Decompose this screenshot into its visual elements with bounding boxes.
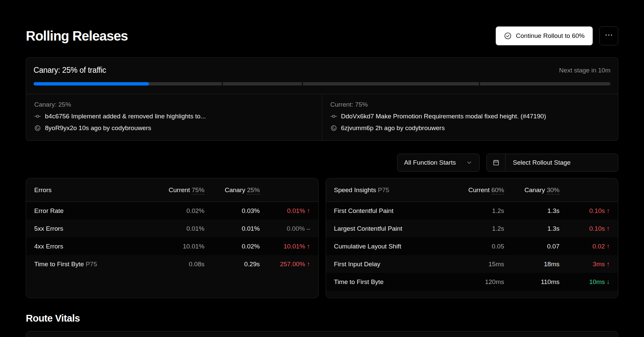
- canary-commit-message: b4c6756 Implement added & removed line h…: [45, 113, 206, 120]
- errors-table-title: Errors: [34, 186, 144, 194]
- rollout-stage-title: Canary: 25% of traffic: [34, 66, 106, 75]
- canary-percent-badge[interactable]: 30%: [547, 186, 559, 194]
- column-header-canary: Canary 25%: [205, 186, 260, 194]
- metric-label: 4xx Errors: [34, 243, 144, 250]
- filters-row: All Function Starts Select Rollout: [26, 154, 618, 172]
- metric-current-value: 15ms: [444, 261, 504, 268]
- speed-table-rows: First Contentful Paint 1.2s 1.3s 0.10s ↑…: [326, 202, 618, 291]
- metric-canary-value: 1.3s: [504, 225, 559, 232]
- rollout-deployments: Canary: 25% b4c6756 Implement added & re…: [26, 94, 618, 141]
- more-options-button[interactable]: ⋯: [599, 26, 618, 45]
- percentile-suffix: P75: [86, 261, 97, 268]
- stage-marker: [479, 82, 480, 86]
- speed-table-title: Speed Insights P75: [334, 186, 444, 194]
- metric-canary-value: 0.03%: [205, 207, 260, 215]
- table-row[interactable]: Error Rate 0.02% 0.03% 0.01% ↑: [26, 202, 318, 220]
- speed-table-header: Speed Insights P75 Current 60% Canary 30…: [326, 178, 618, 202]
- metric-delta-value: 3ms ↑: [559, 261, 610, 268]
- metric-label: Cumulative Layout Shift: [334, 243, 444, 250]
- metric-canary-value: 0.01%: [205, 225, 260, 232]
- function-starts-dropdown[interactable]: All Function Starts: [397, 154, 480, 172]
- page-title: Rolling Releases: [26, 29, 128, 44]
- table-row[interactable]: Largest Contentful Paint 1.2s 1.3s 0.10s…: [326, 220, 618, 237]
- column-header-canary: Canary 30%: [504, 186, 559, 194]
- metric-delta-value: 0.01% ↑: [260, 207, 310, 215]
- table-row[interactable]: Time to First Byte 120ms 110ms 10ms ↓: [326, 273, 618, 291]
- table-row[interactable]: 4xx Errors 10.01% 0.02% 10.01% ↑: [26, 237, 318, 255]
- metric-label: Largest Contentful Paint: [334, 225, 444, 232]
- canary-deployment-panel: Canary: 25% b4c6756 Implement added & re…: [26, 94, 322, 141]
- current-commit-message: DdoVx6kd7 Make Promotion Requirements mo…: [341, 113, 546, 120]
- table-row[interactable]: 5xx Errors 0.01% 0.01% 0.00% –: [26, 220, 318, 237]
- metric-canary-value: 110ms: [504, 278, 559, 286]
- metric-delta-value: 10.01% ↑: [260, 243, 310, 250]
- table-row[interactable]: First Contentful Paint 1.2s 1.3s 0.10s ↑: [326, 202, 618, 220]
- route-vitals-search-card: [26, 331, 618, 337]
- metric-current-value: 10.01%: [144, 243, 205, 250]
- page: Rolling Releases Continue Rollout to 60%…: [0, 0, 644, 337]
- canary-commit-line[interactable]: b4c6756 Implement added & removed line h…: [34, 113, 314, 120]
- table-row[interactable]: First Input Delay 15ms 18ms 3ms ↑: [326, 255, 618, 273]
- metric-current-value: 0.05: [444, 243, 504, 250]
- current-percent-label: Current: 75%: [330, 101, 610, 108]
- errors-table-header: Errors Current 75% Canary 25%: [26, 178, 318, 202]
- commit-icon: [34, 113, 41, 120]
- canary-percent-badge[interactable]: 25%: [247, 186, 260, 194]
- table-row[interactable]: Cumulative Layout Shift 0.05 0.07 0.02 ↑: [326, 237, 618, 255]
- metric-canary-value: 0.07: [504, 243, 559, 250]
- metric-label: Time to First Byte P75: [34, 261, 144, 268]
- speed-insights-card: Speed Insights P75 Current 60% Canary 30…: [326, 178, 619, 298]
- metric-canary-value: 0.29s: [205, 261, 260, 268]
- metric-current-value: 1.2s: [444, 207, 504, 215]
- metric-delta-value: 0.10s ↑: [559, 225, 610, 232]
- metric-label: First Contentful Paint: [334, 207, 444, 215]
- rollout-stage-select[interactable]: Select Rollout Stage: [486, 154, 618, 172]
- errors-table-rows: Error Rate 0.02% 0.03% 0.01% ↑ 5xx Error…: [26, 202, 318, 273]
- metric-label: Time to First Byte: [334, 278, 444, 286]
- route-vitals-title: Route Vitals: [26, 313, 618, 324]
- next-stage-label: Next stage in 10m: [559, 67, 610, 74]
- current-deployment-panel: Current: 75% DdoVx6kd7 Make Promotion Re…: [322, 94, 618, 141]
- calendar-icon: [492, 159, 500, 166]
- rollout-status-header: Canary: 25% of traffic Next stage in 10m: [26, 58, 618, 75]
- metric-delta-value: 10ms ↓: [559, 278, 610, 286]
- rollout-progress-bar: [34, 82, 610, 86]
- metric-current-value: 0.08s: [144, 261, 205, 268]
- ellipsis-icon: ⋯: [605, 31, 613, 39]
- metric-delta-value: 0.10s ↑: [559, 207, 610, 215]
- current-percent-badge[interactable]: 75%: [192, 186, 204, 194]
- metric-canary-value: 1.3s: [504, 207, 559, 215]
- metric-canary-value: 18ms: [504, 261, 559, 268]
- column-header-current: Current 60%: [444, 186, 504, 194]
- stage-marker: [302, 82, 303, 86]
- metric-current-value: 0.01%: [144, 225, 205, 232]
- check-circle-icon: [504, 32, 512, 40]
- metric-delta-value: 0.00% –: [260, 225, 310, 232]
- current-percent-badge[interactable]: 60%: [491, 186, 504, 194]
- metric-current-value: 1.2s: [444, 225, 504, 232]
- metric-label: First Input Delay: [334, 261, 444, 268]
- calendar-icon-button[interactable]: [487, 154, 505, 171]
- current-deployment-line[interactable]: 6zjvumm6p 2h ago by codybrouwers: [330, 124, 610, 132]
- canary-deployment-line[interactable]: 8yoR9yx2o 10s ago by codybrouwers: [34, 124, 314, 132]
- current-deployment-info: 6zjvumm6p 2h ago by codybrouwers: [341, 124, 445, 132]
- metric-current-value: 120ms: [444, 278, 504, 286]
- column-header-current: Current 75%: [144, 186, 205, 194]
- continue-rollout-label: Continue Rollout to 60%: [516, 32, 585, 40]
- percentile-suffix: P75: [378, 186, 389, 193]
- table-row[interactable]: Time to First Byte P75 0.08s 0.29s 257.0…: [26, 255, 318, 273]
- deployment-icon: [330, 125, 337, 131]
- canary-percent-label: Canary: 25%: [34, 101, 314, 108]
- stage-marker: [222, 82, 223, 86]
- rollout-stage-label: Select Rollout Stage: [505, 154, 578, 171]
- errors-card: Errors Current 75% Canary 25% Error Rate…: [26, 178, 319, 298]
- progress-fill: [34, 82, 149, 86]
- continue-rollout-button[interactable]: Continue Rollout to 60%: [496, 26, 593, 45]
- chevron-down-icon: [466, 159, 473, 166]
- deployment-icon: [34, 125, 41, 131]
- metrics-section: Errors Current 75% Canary 25% Error Rate…: [26, 178, 618, 298]
- current-commit-line[interactable]: DdoVx6kd7 Make Promotion Requirements mo…: [330, 113, 610, 120]
- metric-label: 5xx Errors: [34, 225, 144, 232]
- function-starts-label: All Function Starts: [404, 159, 456, 166]
- commit-icon: [330, 113, 337, 120]
